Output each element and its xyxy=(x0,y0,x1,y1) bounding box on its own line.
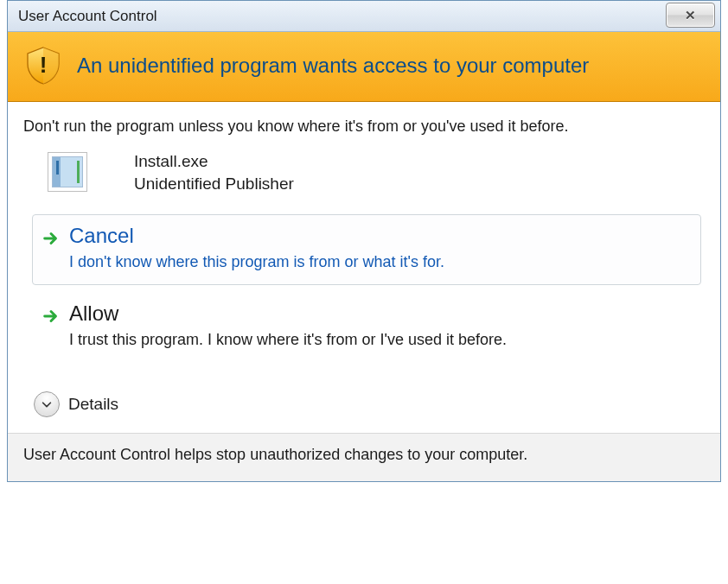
program-icon xyxy=(48,152,87,192)
uac-dialog: User Account Control ✕ ! An unidentified… xyxy=(7,0,721,482)
shield-icon: ! xyxy=(20,42,67,89)
program-filename: Install.exe xyxy=(134,152,294,171)
allow-description: I trust this program. I know where it's … xyxy=(69,330,692,350)
cancel-option[interactable]: Cancel I don't know where this program i… xyxy=(32,214,701,285)
chevron-down-icon xyxy=(34,391,60,417)
close-button[interactable]: ✕ xyxy=(666,3,715,28)
banner-heading: An unidentified program wants access to … xyxy=(77,54,589,79)
arrow-right-icon xyxy=(42,307,61,326)
allow-title: Allow xyxy=(69,302,692,327)
program-publisher: Unidentified Publisher xyxy=(134,175,294,194)
program-info: Install.exe Unidentified Publisher xyxy=(48,152,705,194)
dialog-content: Don't run the program unless you know wh… xyxy=(8,102,720,433)
warning-banner: ! An unidentified program wants access t… xyxy=(8,32,720,102)
details-label: Details xyxy=(68,395,118,414)
cancel-description: I don't know where this program is from … xyxy=(69,252,692,272)
cancel-title: Cancel xyxy=(69,224,692,249)
close-icon: ✕ xyxy=(685,8,696,23)
titlebar: User Account Control ✕ xyxy=(8,1,720,32)
allow-option[interactable]: Allow I trust this program. I know where… xyxy=(32,292,701,363)
instruction-text: Don't run the program unless you know wh… xyxy=(23,116,705,136)
footer-text: User Account Control helps stop unauthor… xyxy=(8,433,720,481)
svg-text:!: ! xyxy=(40,52,48,78)
details-toggle[interactable]: Details xyxy=(23,371,705,433)
window-title: User Account Control xyxy=(18,8,157,25)
arrow-right-icon xyxy=(42,229,61,248)
